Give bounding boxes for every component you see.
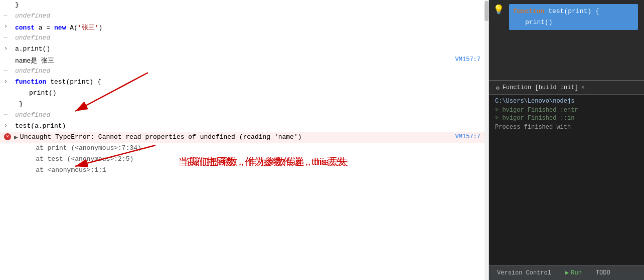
list-item: › test(a.print) (0, 121, 489, 132)
error-sub-item: at test (<anonymous>:2:5) (0, 154, 489, 165)
list-item: ← undefined (0, 33, 489, 44)
error-expand-icon[interactable]: ▶ (14, 133, 18, 141)
run-icon: ▶ (565, 269, 569, 276)
line-text: function test(print) { (15, 78, 489, 86)
bottom-toolbar: Version Control ▶ Run TODO (489, 265, 644, 280)
list-item: ← undefined (0, 11, 489, 22)
lightbulb-icon: 💡 (493, 4, 504, 15)
return-arrow: ← (4, 67, 12, 74)
path-line: C:\Users\Lenovo\nodejs (495, 98, 638, 105)
vm-link[interactable]: VM157:7 (455, 56, 480, 63)
code-line-1: function test(print) { (513, 6, 634, 17)
error-trace: at test (<anonymous>:2:5) (20, 155, 489, 163)
log-line-2: > hvigor Finished ::in (495, 115, 638, 122)
scrollbar-track[interactable] (485, 0, 489, 280)
error-sub-item: at print (<anonymous>:7:34) (0, 143, 489, 154)
code-print-call: print() (525, 19, 553, 26)
line-text: print() (15, 89, 489, 97)
code-line-2: print() (525, 17, 634, 28)
panel-tab: ⚙ Function [build init] × (493, 83, 587, 92)
list-item: ← undefined (0, 66, 489, 77)
log-text-1: hvigor Finished :entr (502, 107, 578, 114)
expand-icon[interactable]: › (4, 122, 12, 129)
process-line: Process finished with (495, 124, 638, 131)
undefined-text: undefined (15, 34, 489, 42)
vm-link-error[interactable]: VM157:7 (455, 133, 480, 140)
error-text: Uncaught TypeError: Cannot read properti… (20, 133, 302, 141)
panel-tab-icon: ⚙ (496, 85, 500, 91)
line-text: } (15, 100, 489, 108)
return-arrow: ← (4, 111, 12, 118)
error-trace: at print (<anonymous>:7:34) (20, 144, 489, 152)
right-panel: 💡 function test(print) { print() ⚙ Funct… (489, 0, 644, 280)
line-text: const a = new A('张三') (15, 23, 489, 32)
code-editor-top: 💡 function test(print) { print() (489, 0, 644, 80)
line-text: } (15, 1, 489, 9)
todo-label: TODO (596, 269, 610, 276)
version-control-btn[interactable]: Version Control (493, 268, 555, 277)
function-panel-content: C:\Users\Lenovo\nodejs > hvigor Finished… (489, 95, 644, 134)
list-item: print() (0, 88, 489, 99)
list-item: name是 张三 VM157:7 (0, 55, 489, 66)
error-icon: ✕ (4, 133, 11, 140)
function-panel-header: ⚙ Function [build init] × (489, 81, 644, 95)
list-item: ← undefined (0, 110, 489, 121)
error-sub-item: at <anonymous>:1:1 (0, 165, 489, 176)
list-item: › function test(print) { (0, 77, 489, 88)
log-text-2: hvigor Finished ::in (502, 115, 574, 122)
line-text: test(a.print) (15, 122, 489, 130)
return-arrow: ← (4, 34, 12, 41)
todo-btn[interactable]: TODO (592, 268, 614, 277)
undefined-text: undefined (15, 111, 489, 119)
panel-tab-label: Function [build init] (503, 84, 578, 91)
output-text: name是 张三 (15, 56, 455, 65)
panel-close-icon[interactable]: × (581, 85, 585, 91)
function-panel: ⚙ Function [build init] × C:\Users\Lenov… (489, 81, 644, 265)
list-item: } (0, 99, 489, 110)
list-item: } (0, 0, 489, 11)
run-label: Run (571, 269, 582, 276)
line-text: a.print() (15, 45, 489, 53)
return-arrow: ← (4, 12, 12, 19)
error-list-item: ✕ ▶ Uncaught TypeError: Cannot read prop… (0, 132, 489, 143)
version-control-label: Version Control (497, 269, 551, 276)
keyword-function: function (513, 8, 544, 15)
log-prompt: > (495, 107, 502, 114)
console-panel: } ← undefined › const a = new A('张三') (0, 0, 489, 280)
list-item: › const a = new A('张三') (0, 22, 489, 33)
scrollbar-thumb[interactable] (485, 1, 489, 21)
undefined-text: undefined (15, 67, 489, 75)
code-block: function test(print) { print() (509, 4, 638, 30)
expand-icon[interactable]: › (4, 78, 12, 85)
expand-icon[interactable]: › (4, 45, 12, 52)
console-panel-wrapper: } ← undefined › const a = new A('张三') (0, 0, 489, 280)
run-btn[interactable]: ▶ Run (561, 268, 586, 277)
expand-icon[interactable]: › (4, 23, 12, 30)
list-item: › a.print() (0, 44, 489, 55)
console-lines: } ← undefined › const a = new A('张三') (0, 0, 489, 176)
code-func-text: test(print) { (548, 8, 599, 15)
undefined-text: undefined (15, 12, 489, 20)
log-line-1: > hvigor Finished :entr (495, 107, 638, 114)
log-prompt-2: > (495, 115, 502, 122)
error-trace: at <anonymous>:1:1 (20, 166, 489, 174)
console-content: } ← undefined › const a = new A('张三') (0, 0, 489, 280)
